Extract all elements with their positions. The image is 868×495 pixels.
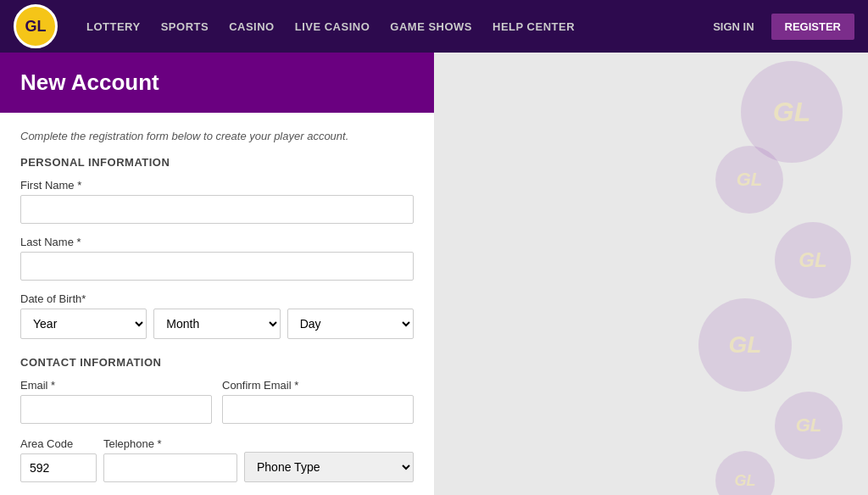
personal-section-title: PERSONAL INFORMATION (20, 156, 414, 169)
watermark-logo-6: GL (715, 451, 775, 495)
nav-lottery[interactable]: LOTTERY (78, 17, 149, 36)
email-label: Email * (20, 379, 212, 392)
nav-casino[interactable]: CASINO (220, 17, 283, 36)
email-input[interactable] (20, 395, 212, 424)
sidebar: GL GL GL GL GL GL (434, 53, 868, 495)
first-name-label: First Name * (20, 179, 414, 192)
watermark-logo-5: GL (775, 392, 843, 459)
last-name-group: Last Name * (20, 236, 414, 281)
telephone-label: Telephone * (103, 437, 237, 450)
dob-group: Date of Birth* Year Month Day (20, 292, 414, 339)
phone-type-select[interactable]: Phone Type (244, 452, 414, 482)
logo-icon: GL (14, 4, 58, 48)
form-area: Complete the registration form below to … (0, 113, 434, 495)
dob-row: Year Month Day (20, 309, 414, 339)
logo: GL (14, 4, 58, 48)
telephone-input[interactable] (103, 453, 237, 482)
confirm-email-label: Confirm Email * (222, 379, 414, 392)
first-name-group: First Name * (20, 179, 414, 224)
email-group: Email * (20, 379, 212, 424)
last-name-input[interactable] (20, 252, 414, 281)
nav-live-casino[interactable]: LIVE CASINO (287, 17, 379, 36)
page-layout: New Account Complete the registration fo… (0, 53, 868, 495)
nav-game-shows[interactable]: GAME SHOWS (381, 17, 481, 36)
confirm-email-group: Confirm Email * (222, 379, 414, 424)
telephone-group: Telephone * (103, 437, 237, 482)
last-name-label: Last Name * (20, 236, 414, 248)
telephone-row: Area Code Telephone * Type Phone Type (20, 436, 414, 494)
nav-help-center[interactable]: HELP CENTER (484, 17, 583, 36)
register-button[interactable]: REGISTER (771, 14, 854, 40)
header-actions: SIGN IN REGISTER (703, 14, 854, 40)
form-description: Complete the registration form below to … (20, 130, 414, 142)
watermark-logo-2: GL (715, 146, 783, 214)
first-name-input[interactable] (20, 195, 414, 224)
page-title: New Account (20, 70, 414, 96)
page-banner: New Account (0, 53, 434, 113)
phone-type-group: Type Phone Type (244, 436, 414, 482)
nav-sports[interactable]: SPORTS (153, 17, 217, 36)
email-row: Email * Confirm Email * (20, 379, 414, 436)
main-nav: LOTTERY SPORTS CASINO LIVE CASINO GAME S… (78, 17, 703, 36)
area-code-group: Area Code (20, 437, 97, 482)
month-select[interactable]: Month (153, 309, 280, 339)
contact-section-title: CONTACT INFORMATION (20, 356, 414, 369)
header: GL LOTTERY SPORTS CASINO LIVE CASINO GAM… (0, 0, 868, 53)
day-select[interactable]: Day (287, 309, 414, 339)
watermark-logo-3: GL (775, 222, 851, 298)
year-select[interactable]: Year (20, 309, 147, 339)
main-content: New Account Complete the registration fo… (0, 53, 434, 495)
area-code-label: Area Code (20, 437, 97, 450)
dob-label: Date of Birth* (20, 292, 414, 305)
sign-in-button[interactable]: SIGN IN (703, 15, 764, 38)
area-code-input[interactable] (20, 453, 97, 482)
watermark-logo-4: GL (698, 298, 792, 392)
confirm-email-input[interactable] (222, 395, 414, 424)
